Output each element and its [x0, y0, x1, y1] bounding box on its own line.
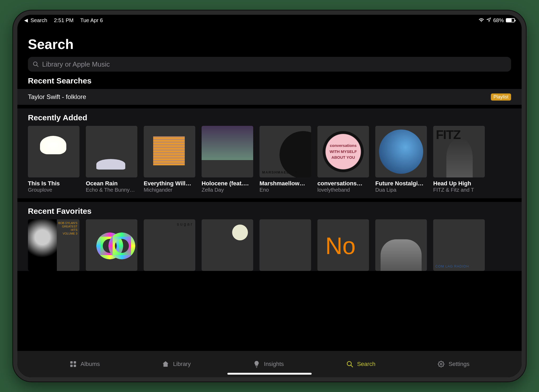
status-time: 2:51 PM: [54, 17, 73, 23]
album-title: Marshmaellow…: [259, 180, 311, 187]
svg-rect-4: [70, 365, 73, 367]
favorite-card[interactable]: [86, 219, 137, 271]
recent-favorites-header: Recent Favorites: [28, 202, 511, 216]
svg-rect-5: [74, 365, 76, 367]
recent-favorites-section: Recent Favorites: [17, 202, 522, 271]
album-artist: Zella Day: [202, 187, 253, 193]
search-input[interactable]: [42, 60, 506, 68]
gear-icon: [437, 360, 445, 368]
album-art: [375, 126, 427, 177]
bulb-icon: [253, 360, 260, 368]
wifi-icon: [478, 17, 484, 23]
album-art: [202, 219, 253, 271]
album-artist: lovelytheband: [317, 187, 369, 193]
battery-icon: [506, 18, 515, 22]
tab-search[interactable]: Search: [346, 360, 376, 368]
location-icon: [486, 17, 491, 23]
recent-search-row[interactable]: Taylor Swift - folklore Playlist: [17, 89, 522, 105]
favorite-card[interactable]: [317, 219, 369, 271]
recently-added-header: Recently Added: [28, 108, 511, 122]
album-art: [86, 126, 137, 177]
recent-searches-header: Recent Searches: [28, 76, 511, 85]
search-icon: [33, 61, 39, 67]
screen: ◀ Search 2:51 PM Tue Apr 6 68%: [17, 15, 522, 377]
tab-insights[interactable]: Insights: [253, 360, 284, 368]
album-art: [259, 219, 311, 271]
album-artist: Grouplove: [28, 187, 79, 193]
favorite-card[interactable]: [28, 219, 79, 271]
album-card[interactable]: Future Nostalgi… Dua Lipa: [375, 126, 427, 193]
album-card[interactable]: This Is This Grouplove: [28, 126, 79, 193]
album-artist: Michigander: [144, 187, 195, 193]
album-art: [144, 219, 195, 271]
recent-search-badge: Playlist: [491, 93, 511, 101]
album-card[interactable]: Head Up High FITZ & Fitz and T: [433, 126, 485, 193]
svg-rect-2: [70, 361, 73, 364]
album-art: [28, 219, 79, 271]
status-date: Tue Apr 6: [80, 17, 103, 23]
tab-label: Search: [357, 361, 376, 368]
battery-percent: 68%: [493, 17, 504, 23]
album-artist: Echo & The Bunny…: [86, 187, 137, 193]
tab-label: Albums: [81, 361, 100, 368]
tab-albums[interactable]: Albums: [69, 360, 100, 368]
favorite-card[interactable]: [202, 219, 253, 271]
ipad-device-frame: ◀ Search 2:51 PM Tue Apr 6 68%: [13, 11, 526, 381]
album-art: [433, 126, 485, 177]
recently-added-strip[interactable]: This Is This Grouplove Ocean Rain Echo &…: [28, 126, 511, 193]
favorite-card[interactable]: [433, 219, 485, 271]
album-artist: Eno: [259, 187, 311, 193]
album-title: Everything Will…: [144, 180, 195, 187]
album-art: [144, 126, 195, 177]
album-art: [28, 126, 79, 177]
recent-search-label: Taylor Swift - folklore: [28, 93, 86, 101]
album-art: [375, 219, 427, 271]
recently-added-section: Recently Added This Is This Grouplove Oc…: [17, 108, 522, 198]
favorite-card[interactable]: [375, 219, 427, 271]
album-artist: FITZ & Fitz and T: [433, 187, 485, 193]
album-card[interactable]: Holocene (feat.… Zella Day: [202, 126, 253, 193]
album-art: [202, 126, 253, 177]
tab-label: Insights: [264, 361, 284, 368]
favorite-card[interactable]: [259, 219, 311, 271]
album-title: conversations…: [317, 180, 369, 187]
grid-icon: [69, 360, 77, 368]
tab-label: Library: [173, 361, 191, 368]
tab-settings[interactable]: Settings: [437, 360, 470, 368]
svg-line-1: [37, 65, 38, 67]
album-art: [317, 126, 369, 177]
content-scroll[interactable]: Search Recent Searches Taylor Swift - fo…: [17, 26, 522, 351]
home-indicator[interactable]: [227, 373, 312, 375]
search-icon: [346, 360, 353, 368]
album-title: Head Up High: [433, 180, 485, 187]
tab-label: Settings: [448, 361, 470, 368]
album-card[interactable]: conversations… lovelytheband: [317, 126, 369, 193]
album-art: [259, 126, 311, 177]
status-bar: ◀ Search 2:51 PM Tue Apr 6 68%: [17, 15, 522, 26]
page-title: Search: [28, 36, 511, 52]
album-art: [317, 219, 369, 271]
svg-rect-3: [74, 361, 76, 364]
recent-favorites-strip[interactable]: [28, 219, 511, 271]
tab-library[interactable]: Library: [162, 360, 191, 368]
album-art: [433, 219, 485, 271]
svg-line-7: [351, 365, 353, 367]
house-icon: [162, 360, 169, 368]
album-card[interactable]: Ocean Rain Echo & The Bunny…: [86, 126, 137, 193]
album-card[interactable]: Marshmaellow… Eno: [259, 126, 311, 193]
album-artist: Dua Lipa: [375, 187, 427, 193]
album-art: [86, 219, 137, 271]
album-card[interactable]: Everything Will… Michigander: [144, 126, 195, 193]
album-title: This Is This: [28, 180, 79, 187]
svg-point-9: [440, 363, 442, 365]
favorite-card[interactable]: [144, 219, 195, 271]
album-title: Ocean Rain: [86, 180, 137, 187]
album-title: Future Nostalgi…: [375, 180, 427, 187]
search-field[interactable]: [28, 57, 511, 72]
status-back-label[interactable]: Search: [31, 17, 47, 23]
back-chevron-icon[interactable]: ◀: [24, 17, 28, 23]
album-title: Holocene (feat.…: [202, 180, 253, 187]
